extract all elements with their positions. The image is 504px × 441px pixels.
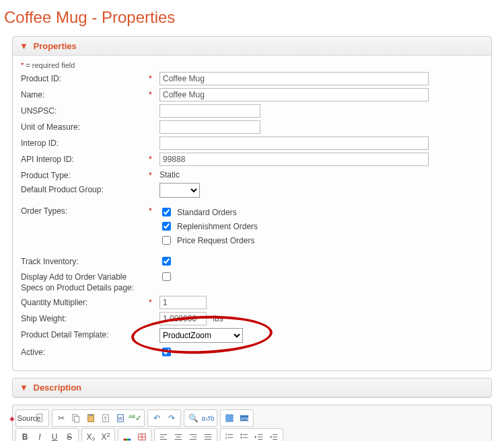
replenishment-orders-checkbox[interactable] bbox=[162, 222, 171, 231]
ul-icon bbox=[240, 432, 249, 441]
select-all-icon bbox=[225, 413, 234, 423]
paste-word-button[interactable]: W bbox=[113, 411, 128, 425]
svg-marker-42 bbox=[270, 436, 272, 438]
svg-text:HTML: HTML bbox=[241, 417, 249, 421]
align-left-button[interactable] bbox=[156, 430, 171, 441]
track-inventory-checkbox[interactable] bbox=[162, 257, 171, 266]
required-star: * bbox=[149, 74, 152, 83]
indent-button[interactable] bbox=[266, 430, 281, 441]
clipboard-icon bbox=[86, 413, 96, 423]
interop-id-input[interactable] bbox=[159, 136, 429, 150]
order-types-label: Order Types: bbox=[21, 204, 149, 216]
select-all-button[interactable] bbox=[222, 411, 237, 425]
indent-icon bbox=[269, 432, 279, 441]
italic-button[interactable]: I bbox=[32, 430, 47, 441]
bold-button[interactable]: B bbox=[17, 430, 32, 441]
italic-icon: I bbox=[38, 432, 40, 441]
outdent-button[interactable] bbox=[252, 430, 266, 441]
product-type-label: Product Type: bbox=[21, 169, 149, 180]
description-panel-header[interactable]: ▼ Description bbox=[13, 378, 491, 397]
uom-input[interactable] bbox=[159, 120, 260, 134]
svg-rect-12 bbox=[124, 439, 127, 441]
svg-marker-38 bbox=[255, 436, 257, 438]
superscript-button[interactable]: X2 bbox=[98, 430, 113, 441]
svg-rect-4 bbox=[89, 414, 92, 416]
remove-format-button[interactable]: HTML bbox=[237, 411, 252, 425]
bold-icon: B bbox=[22, 432, 28, 441]
display-variable-label: Display Add to Order Variable Specs on P… bbox=[21, 270, 149, 293]
display-variable-checkbox[interactable] bbox=[162, 272, 171, 281]
source-icon: ◈ bbox=[9, 415, 15, 422]
required-note: * = required field bbox=[21, 61, 483, 69]
name-label: Name: bbox=[21, 88, 149, 99]
qty-multiplier-input[interactable] bbox=[159, 296, 207, 309]
product-id-label: Product ID: bbox=[21, 72, 149, 83]
align-right-button[interactable] bbox=[186, 430, 201, 441]
align-left-icon bbox=[159, 432, 168, 441]
cut-button[interactable]: ✂ bbox=[54, 411, 69, 425]
properties-panel-header[interactable]: ▼ Properties bbox=[13, 37, 491, 56]
product-detail-template-select[interactable]: ProductZoom bbox=[159, 328, 243, 343]
price-request-orders-checkbox[interactable] bbox=[162, 236, 171, 245]
properties-panel: ▼ Properties * = required field Product … bbox=[12, 36, 492, 371]
strike-icon: S bbox=[67, 432, 72, 441]
ol-icon: 12 bbox=[225, 432, 234, 441]
paste-button[interactable] bbox=[83, 411, 98, 425]
unspsc-input[interactable] bbox=[159, 104, 260, 118]
find-button[interactable]: 🔍 bbox=[186, 411, 201, 425]
svg-text:2: 2 bbox=[225, 436, 227, 440]
subscript-icon: X2 bbox=[86, 432, 95, 441]
new-page-button[interactable] bbox=[32, 411, 47, 425]
source-button[interactable]: ◈ Source bbox=[17, 411, 32, 425]
qty-multiplier-label: Quantity Multiplier: bbox=[21, 296, 149, 307]
undo-button[interactable]: ↶ bbox=[149, 411, 164, 425]
collapse-icon: ▼ bbox=[20, 41, 28, 51]
unspsc-label: UNSPSC: bbox=[21, 104, 149, 116]
svg-text:W: W bbox=[118, 416, 123, 421]
spellcheck-button[interactable]: ᴬᴮ✓ bbox=[128, 411, 143, 425]
strike-button[interactable]: S bbox=[62, 430, 77, 441]
rich-text-editor: ◈ Source ✂ T W ᴬᴮ✓ ↶ ↷ bbox=[12, 405, 492, 441]
scissors-icon: ✂ bbox=[58, 413, 65, 423]
undo-icon: ↶ bbox=[153, 413, 160, 423]
active-label: Active: bbox=[21, 346, 149, 357]
replenishment-orders-label: Replenishment Orders bbox=[177, 222, 258, 231]
replace-icon: a↺b bbox=[201, 415, 214, 422]
outdent-icon bbox=[254, 432, 264, 441]
bullet-list-button[interactable] bbox=[237, 430, 252, 441]
svg-point-34 bbox=[240, 434, 242, 436]
copy-button[interactable] bbox=[69, 411, 83, 425]
numbered-list-button[interactable]: 12 bbox=[222, 430, 237, 441]
standard-orders-checkbox[interactable] bbox=[162, 208, 171, 216]
active-checkbox[interactable] bbox=[162, 348, 171, 356]
api-interop-id-input[interactable] bbox=[159, 153, 429, 166]
svg-rect-14 bbox=[129, 439, 131, 441]
interop-id-label: Interop ID: bbox=[21, 136, 149, 148]
page-icon bbox=[35, 413, 44, 423]
underline-button[interactable]: U bbox=[47, 430, 62, 441]
paste-text-button[interactable]: T bbox=[98, 411, 113, 425]
default-group-select[interactable] bbox=[159, 183, 200, 198]
track-inventory-label: Track Inventory: bbox=[21, 255, 149, 266]
search-icon: 🔍 bbox=[188, 413, 199, 423]
align-center-button[interactable] bbox=[171, 430, 186, 441]
subscript-button[interactable]: X2 bbox=[83, 430, 98, 441]
align-justify-button[interactable] bbox=[201, 430, 215, 441]
replace-button[interactable]: a↺b bbox=[201, 411, 215, 425]
api-interop-id-label: API Interop ID: bbox=[21, 153, 149, 164]
name-input[interactable] bbox=[159, 88, 429, 102]
text-color-button[interactable] bbox=[120, 430, 135, 441]
redo-button[interactable]: ↷ bbox=[164, 411, 179, 425]
svg-point-35 bbox=[240, 437, 242, 438]
bg-color-button[interactable] bbox=[135, 430, 149, 441]
product-id-input[interactable] bbox=[159, 72, 429, 85]
description-panel: ▼ Description bbox=[12, 378, 492, 398]
standard-orders-label: Standard Orders bbox=[177, 208, 237, 217]
uom-label: Unit of Measure: bbox=[21, 120, 149, 132]
text-color-icon bbox=[122, 432, 132, 441]
superscript-icon: X2 bbox=[101, 432, 110, 441]
align-right-icon bbox=[188, 432, 198, 441]
align-center-icon bbox=[174, 432, 183, 441]
description-panel-title: Description bbox=[34, 383, 82, 393]
ship-weight-input[interactable] bbox=[159, 312, 207, 325]
